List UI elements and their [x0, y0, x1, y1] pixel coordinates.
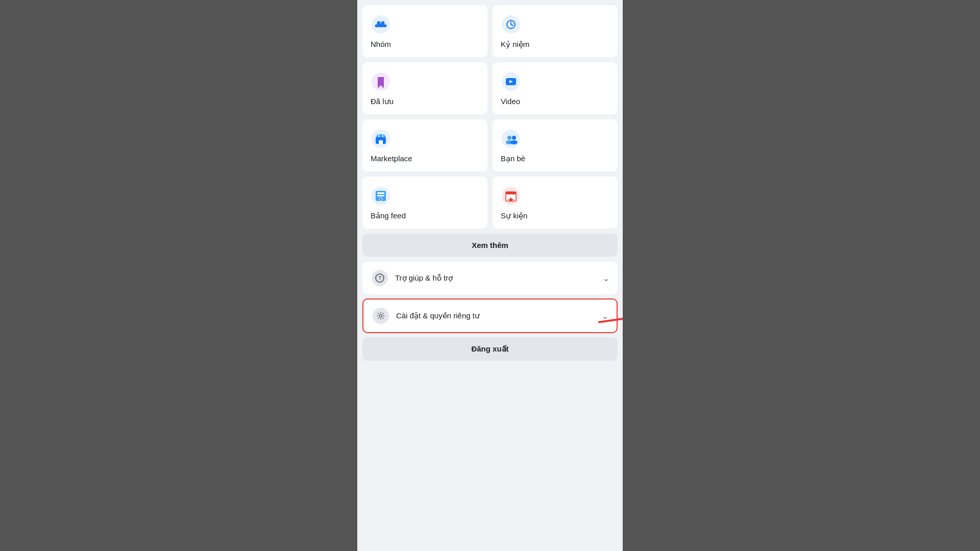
svg-point-5: [382, 24, 387, 28]
tro-giup-label: Trợ giúp & hỗ trợ: [395, 273, 597, 283]
bangfeed-item[interactable]: Bảng feed: [362, 177, 487, 229]
nhom-icon: [371, 14, 391, 35]
tro-giup-icon: ?: [371, 269, 389, 287]
cai-dat-label: Cài đặt & quyền riêng tư: [396, 311, 596, 320]
svg-rect-28: [506, 192, 516, 194]
nhom-label: Nhóm: [371, 40, 391, 48]
sukien-label: Sự kiện: [501, 211, 527, 220]
svg-point-33: [373, 308, 389, 324]
nhom-item[interactable]: Nhóm: [362, 5, 487, 57]
cai-dat-item[interactable]: Cài đặt & quyền riêng tư ⌄: [362, 298, 618, 333]
svg-point-18: [512, 136, 516, 140]
dang-xuat-button[interactable]: Đăng xuất: [362, 337, 618, 361]
xem-them-button[interactable]: Xem thêm: [362, 234, 618, 257]
kyniem-icon: [501, 14, 521, 35]
daluu-icon: [371, 71, 391, 92]
tro-giup-chevron: ⌄: [603, 273, 609, 283]
grid-row-2: Đã lưu Video: [362, 62, 618, 114]
video-item[interactable]: Video: [493, 62, 618, 114]
svg-rect-14: [379, 140, 383, 144]
grid-row-4: Bảng feed Sự kiện: [362, 177, 618, 229]
grid-row-3: Marketplace Bạn bè: [362, 119, 618, 171]
marketplace-icon: [371, 129, 391, 149]
bangfeed-icon: [371, 186, 391, 206]
sukien-icon: [501, 186, 521, 206]
svg-point-16: [507, 136, 511, 140]
tro-giup-item[interactable]: ? Trợ giúp & hỗ trợ ⌄: [362, 262, 618, 294]
svg-rect-23: [377, 195, 384, 196]
daluu-label: Đã lưu: [371, 97, 394, 106]
marketplace-item[interactable]: Marketplace: [362, 119, 487, 171]
svg-rect-22: [377, 192, 384, 194]
video-label: Video: [501, 97, 520, 106]
svg-text:?: ?: [378, 275, 382, 281]
side-panel: Nhóm Kỷ niệm: [357, 0, 623, 551]
sukien-item[interactable]: Sự kiện: [493, 177, 618, 229]
svg-point-25: [380, 198, 382, 200]
marketplace-label: Marketplace: [371, 154, 412, 163]
grid-row-1: Nhóm Kỷ niệm: [362, 5, 618, 57]
banbe-label: Bạn bè: [501, 154, 525, 163]
svg-point-4: [375, 24, 380, 28]
kyniem-item[interactable]: Kỷ niệm: [493, 5, 618, 57]
daluu-item[interactable]: Đã lưu: [362, 62, 487, 114]
cai-dat-chevron: ⌄: [602, 311, 608, 321]
banbe-item[interactable]: Bạn bè: [493, 119, 618, 171]
svg-point-19: [510, 140, 518, 144]
video-icon: [501, 71, 521, 92]
kyniem-label: Kỷ niệm: [501, 40, 529, 49]
bangfeed-label: Bảng feed: [371, 211, 406, 220]
settings-wrapper: Cài đặt & quyền riêng tư ⌄: [362, 298, 618, 333]
cai-dat-icon: [372, 307, 390, 325]
banbe-icon: [501, 129, 521, 149]
